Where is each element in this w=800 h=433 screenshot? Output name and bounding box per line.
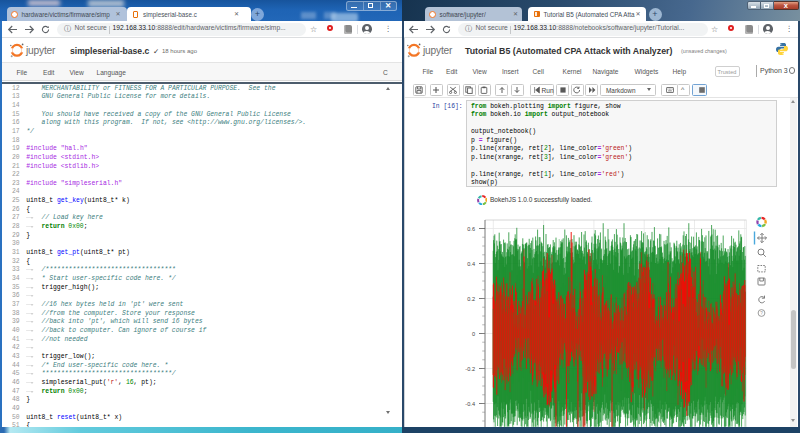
svg-text:0: 0 <box>472 331 475 337</box>
svg-text:-0.2: -0.2 <box>465 366 475 372</box>
svg-text:?: ? <box>760 311 763 316</box>
svg-text:0.2: 0.2 <box>467 296 475 302</box>
svg-text:0.6: 0.6 <box>467 226 475 232</box>
svg-text:0.4: 0.4 <box>467 261 475 267</box>
svg-text:-0.4: -0.4 <box>465 401 475 407</box>
